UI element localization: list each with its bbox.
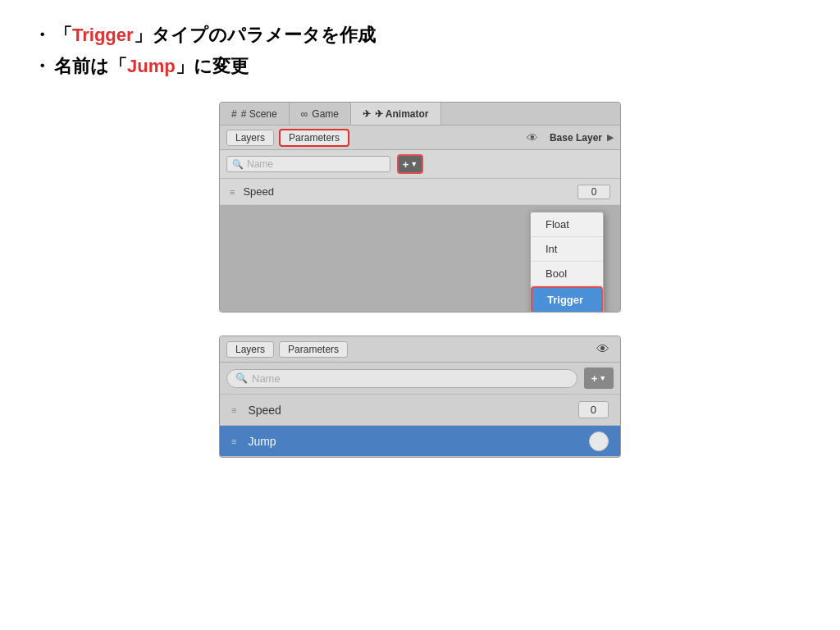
bullet-1-prefix: 「 [54, 23, 72, 48]
bottom-jump-label: Jump [248, 435, 276, 448]
dropdown-arrow: ▼ [410, 160, 418, 168]
bottom-dropdown-arrow: ▼ [599, 374, 606, 382]
scene-tab-icon: # [231, 108, 237, 120]
gray-area: Float Int Bool Trigger [220, 205, 620, 312]
search-magnifier-icon: 🔍 [232, 159, 244, 170]
bullet-1-highlight: Trigger [72, 25, 134, 46]
layers-button-top[interactable]: Layers [226, 130, 274, 146]
bullet-2-prefix: 名前は「 [54, 54, 127, 79]
dropdown-trigger[interactable]: Trigger [531, 286, 603, 313]
plus-sign: + [403, 158, 409, 171]
parameters-button-bottom[interactable]: Parameters [279, 341, 348, 358]
bottom-speed-row: ≡ Speed 0 [220, 395, 620, 426]
animator-tab-icon: ✈ [363, 108, 371, 120]
bottom-jump-name: ≡ Jump [231, 435, 589, 448]
bottom-speed-name: ≡ Speed [231, 404, 578, 417]
screenshots-container: # # Scene ∞ Game ✈ ✈ Animator Layers Par… [33, 102, 807, 458]
dropdown-int[interactable]: Int [531, 237, 603, 262]
drag-handle-speed-bottom: ≡ [231, 405, 236, 415]
drag-handle-jump: ≡ [231, 436, 236, 446]
search-box-top[interactable]: 🔍 Name [226, 156, 390, 172]
bullet-item-1: 「Trigger」タイプのパラメータを作成 [33, 23, 807, 48]
bottom-search-row: 🔍 Name + ▼ [220, 363, 620, 395]
bullet-item-2: 名前は「Jump」に変更 [33, 54, 807, 79]
add-param-button-bottom[interactable]: + ▼ [584, 368, 614, 389]
eye-icon-bottom[interactable]: 👁 [592, 339, 614, 360]
eye-icon-top[interactable]: 👁 [523, 129, 541, 147]
page-container: 「Trigger」タイプのパラメータを作成 名前は「Jump」に変更 # # S… [0, 0, 840, 481]
speed-label: Speed [243, 185, 274, 198]
parameters-button-top[interactable]: Parameters [279, 129, 349, 147]
animator-tab-label: ✈ Animator [375, 108, 429, 120]
bottom-speed-value[interactable]: 0 [578, 401, 609, 418]
bottom-search-box[interactable]: 🔍 Name [226, 369, 578, 388]
base-layer-label: Base Layer [550, 132, 602, 144]
bullet-1-suffix: 」タイプのパラメータを作成 [134, 23, 376, 48]
dropdown-float[interactable]: Float [531, 212, 603, 237]
bullet-list: 「Trigger」タイプのパラメータを作成 名前は「Jump」に変更 [33, 23, 807, 79]
bottom-speed-label: Speed [248, 404, 281, 417]
bottom-search-placeholder: Name [252, 372, 281, 385]
param-type-dropdown: Float Int Bool Trigger [530, 212, 604, 313]
bullet-2-suffix: 」に変更 [176, 54, 249, 79]
layers-button-bottom[interactable]: Layers [226, 341, 274, 358]
speed-param-row: ≡ Speed 0 [220, 179, 620, 205]
bottom-header: Layers Parameters 👁 [220, 336, 620, 363]
tab-animator[interactable]: ✈ ✈ Animator [351, 103, 441, 125]
search-placeholder-top: Name [247, 158, 273, 170]
bottom-param-area: ≡ Speed 0 ≡ Jump [220, 395, 620, 457]
top-screenshot: # # Scene ∞ Game ✈ ✈ Animator Layers Par… [219, 102, 621, 313]
game-tab-icon: ∞ [301, 108, 308, 120]
animator-header: Layers Parameters 👁 Base Layer ▶ [220, 126, 620, 150]
game-tab-label: Game [312, 108, 339, 120]
bottom-screenshot: Layers Parameters 👁 🔍 Name + ▼ [219, 336, 621, 458]
tab-bar: # # Scene ∞ Game ✈ ✈ Animator [220, 103, 620, 126]
scene-tab-label: # Scene [241, 108, 277, 120]
trigger-indicator [589, 431, 609, 451]
bottom-search-icon: 🔍 [235, 372, 248, 384]
bullet-2-highlight: Jump [127, 56, 176, 77]
tab-scene[interactable]: # # Scene [220, 103, 290, 125]
drag-handle-speed: ≡ [230, 187, 235, 197]
base-layer-arrow[interactable]: ▶ [607, 132, 614, 143]
add-param-button-top[interactable]: + ▼ [397, 154, 423, 174]
tab-game[interactable]: ∞ Game [290, 103, 351, 125]
bottom-jump-row[interactable]: ≡ Jump [220, 426, 620, 457]
speed-param-name: ≡ Speed [230, 185, 578, 198]
speed-value[interactable]: 0 [578, 185, 610, 199]
bottom-plus-sign: + [591, 372, 598, 385]
search-row-top: 🔍 Name + ▼ [220, 150, 620, 179]
dropdown-bool[interactable]: Bool [531, 262, 603, 286]
